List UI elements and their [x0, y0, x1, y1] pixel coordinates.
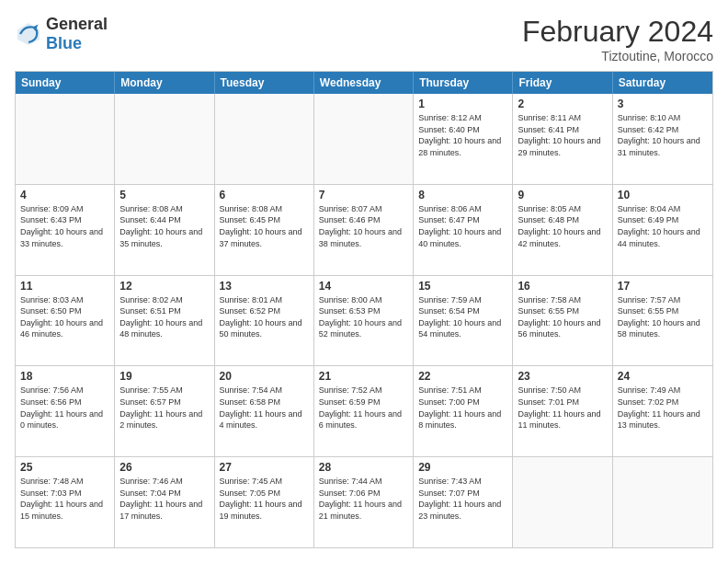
day-info: Sunrise: 7:49 AM Sunset: 7:02 PM Dayligh… [618, 385, 708, 431]
day-cell-8: 8Sunrise: 8:06 AM Sunset: 6:47 PM Daylig… [414, 185, 513, 275]
day-info: Sunrise: 8:06 AM Sunset: 6:47 PM Dayligh… [418, 203, 507, 249]
day-number: 23 [518, 370, 607, 383]
day-number: 10 [618, 189, 708, 201]
week-row-3: 11Sunrise: 8:03 AM Sunset: 6:50 PM Dayli… [16, 276, 712, 367]
day-info: Sunrise: 7:55 AM Sunset: 6:57 PM Dayligh… [119, 385, 209, 431]
day-info: Sunrise: 8:02 AM Sunset: 6:51 PM Dayligh… [119, 294, 209, 340]
day-number: 9 [518, 189, 607, 201]
day-number: 11 [20, 280, 109, 293]
day-cell-empty [215, 94, 314, 184]
day-number: 18 [20, 370, 109, 383]
logo: General Blue [15, 15, 108, 53]
day-cell-3: 3Sunrise: 8:10 AM Sunset: 6:42 PM Daylig… [613, 94, 712, 184]
week-row-1: 1Sunrise: 8:12 AM Sunset: 6:40 PM Daylig… [16, 94, 712, 185]
day-cell-19: 19Sunrise: 7:55 AM Sunset: 6:57 PM Dayli… [115, 366, 214, 456]
day-number: 17 [618, 280, 708, 293]
day-info: Sunrise: 7:43 AM Sunset: 7:07 PM Dayligh… [418, 476, 507, 522]
day-cell-24: 24Sunrise: 7:49 AM Sunset: 7:02 PM Dayli… [613, 366, 712, 456]
day-number: 8 [418, 189, 507, 201]
day-cell-20: 20Sunrise: 7:54 AM Sunset: 6:58 PM Dayli… [215, 366, 314, 456]
day-info: Sunrise: 7:46 AM Sunset: 7:04 PM Dayligh… [119, 476, 209, 522]
day-cell-27: 27Sunrise: 7:45 AM Sunset: 7:05 PM Dayli… [215, 457, 314, 547]
day-cell-28: 28Sunrise: 7:44 AM Sunset: 7:06 PM Dayli… [314, 457, 414, 547]
day-info: Sunrise: 7:52 AM Sunset: 6:59 PM Dayligh… [319, 385, 408, 431]
day-info: Sunrise: 7:58 AM Sunset: 6:55 PM Dayligh… [518, 294, 607, 340]
day-info: Sunrise: 7:48 AM Sunset: 7:03 PM Dayligh… [20, 476, 109, 522]
day-cell-empty [613, 457, 712, 547]
day-cell-empty [513, 457, 612, 547]
day-cell-10: 10Sunrise: 8:04 AM Sunset: 6:49 PM Dayli… [613, 185, 712, 275]
day-cell-6: 6Sunrise: 8:08 AM Sunset: 6:45 PM Daylig… [215, 185, 314, 275]
day-info: Sunrise: 7:57 AM Sunset: 6:55 PM Dayligh… [618, 294, 708, 340]
header: General Blue February 2024 Tiztoutine, M… [15, 15, 713, 63]
day-number: 2 [518, 98, 607, 110]
day-cell-4: 4Sunrise: 8:09 AM Sunset: 6:43 PM Daylig… [16, 185, 115, 275]
day-info: Sunrise: 7:56 AM Sunset: 6:56 PM Dayligh… [20, 385, 109, 431]
logo-general: General [46, 15, 108, 33]
day-cell-17: 17Sunrise: 7:57 AM Sunset: 6:55 PM Dayli… [613, 276, 712, 366]
day-number: 21 [319, 370, 408, 383]
day-info: Sunrise: 8:09 AM Sunset: 6:43 PM Dayligh… [20, 203, 109, 249]
logo-blue: Blue [46, 34, 82, 52]
day-number: 1 [418, 98, 507, 110]
day-cell-13: 13Sunrise: 8:01 AM Sunset: 6:52 PM Dayli… [215, 276, 314, 366]
day-number: 19 [119, 370, 209, 383]
day-cell-2: 2Sunrise: 8:11 AM Sunset: 6:41 PM Daylig… [513, 94, 612, 184]
day-number: 29 [418, 461, 507, 474]
day-number: 22 [418, 370, 507, 383]
day-number: 24 [618, 370, 708, 383]
day-cell-22: 22Sunrise: 7:51 AM Sunset: 7:00 PM Dayli… [414, 366, 513, 456]
day-cell-11: 11Sunrise: 8:03 AM Sunset: 6:50 PM Dayli… [16, 276, 115, 366]
day-info: Sunrise: 8:00 AM Sunset: 6:53 PM Dayligh… [319, 294, 408, 340]
day-cell-23: 23Sunrise: 7:50 AM Sunset: 7:01 PM Dayli… [513, 366, 612, 456]
day-cell-12: 12Sunrise: 8:02 AM Sunset: 6:51 PM Dayli… [115, 276, 214, 366]
day-number: 15 [418, 280, 507, 293]
day-cell-empty [16, 94, 115, 184]
week-row-4: 18Sunrise: 7:56 AM Sunset: 6:56 PM Dayli… [16, 366, 712, 457]
month-title: February 2024 [522, 15, 713, 49]
day-number: 13 [220, 280, 309, 293]
day-number: 5 [119, 189, 209, 201]
day-cell-18: 18Sunrise: 7:56 AM Sunset: 6:56 PM Dayli… [16, 366, 115, 456]
day-info: Sunrise: 8:01 AM Sunset: 6:52 PM Dayligh… [220, 294, 309, 340]
day-number: 3 [618, 98, 708, 110]
day-info: Sunrise: 7:44 AM Sunset: 7:06 PM Dayligh… [319, 476, 408, 522]
header-day-thursday: Thursday [414, 72, 513, 94]
day-number: 14 [319, 280, 408, 293]
calendar-page: General Blue February 2024 Tiztoutine, M… [0, 0, 728, 563]
day-cell-1: 1Sunrise: 8:12 AM Sunset: 6:40 PM Daylig… [414, 94, 513, 184]
week-row-5: 25Sunrise: 7:48 AM Sunset: 7:03 PM Dayli… [16, 457, 712, 547]
location: Tiztoutine, Morocco [522, 49, 713, 63]
day-cell-15: 15Sunrise: 7:59 AM Sunset: 6:54 PM Dayli… [414, 276, 513, 366]
day-info: Sunrise: 8:05 AM Sunset: 6:48 PM Dayligh… [518, 203, 607, 249]
day-number: 25 [20, 461, 109, 474]
day-cell-empty [115, 94, 214, 184]
day-info: Sunrise: 7:54 AM Sunset: 6:58 PM Dayligh… [220, 385, 309, 431]
day-info: Sunrise: 7:45 AM Sunset: 7:05 PM Dayligh… [220, 476, 309, 522]
title-section: February 2024 Tiztoutine, Morocco [522, 15, 713, 63]
day-number: 20 [220, 370, 309, 383]
day-number: 26 [119, 461, 209, 474]
day-number: 27 [220, 461, 309, 474]
day-info: Sunrise: 8:08 AM Sunset: 6:45 PM Dayligh… [220, 203, 309, 249]
logo-text: General Blue [46, 15, 108, 53]
calendar-body: 1Sunrise: 8:12 AM Sunset: 6:40 PM Daylig… [16, 94, 712, 547]
logo-icon [15, 20, 42, 48]
header-day-monday: Monday [115, 72, 214, 94]
day-info: Sunrise: 8:11 AM Sunset: 6:41 PM Dayligh… [518, 112, 607, 158]
day-cell-26: 26Sunrise: 7:46 AM Sunset: 7:04 PM Dayli… [115, 457, 214, 547]
day-info: Sunrise: 8:08 AM Sunset: 6:44 PM Dayligh… [119, 203, 209, 249]
header-day-friday: Friday [513, 72, 612, 94]
day-info: Sunrise: 7:50 AM Sunset: 7:01 PM Dayligh… [518, 385, 607, 431]
calendar-header: SundayMondayTuesdayWednesdayThursdayFrid… [16, 72, 712, 94]
day-cell-16: 16Sunrise: 7:58 AM Sunset: 6:55 PM Dayli… [513, 276, 612, 366]
day-info: Sunrise: 8:12 AM Sunset: 6:40 PM Dayligh… [418, 112, 507, 158]
day-cell-empty [314, 94, 414, 184]
header-day-tuesday: Tuesday [215, 72, 314, 94]
header-day-wednesday: Wednesday [314, 72, 414, 94]
day-cell-21: 21Sunrise: 7:52 AM Sunset: 6:59 PM Dayli… [314, 366, 414, 456]
day-cell-5: 5Sunrise: 8:08 AM Sunset: 6:44 PM Daylig… [115, 185, 214, 275]
day-number: 4 [20, 189, 109, 201]
day-number: 16 [518, 280, 607, 293]
day-info: Sunrise: 8:04 AM Sunset: 6:49 PM Dayligh… [618, 203, 708, 249]
